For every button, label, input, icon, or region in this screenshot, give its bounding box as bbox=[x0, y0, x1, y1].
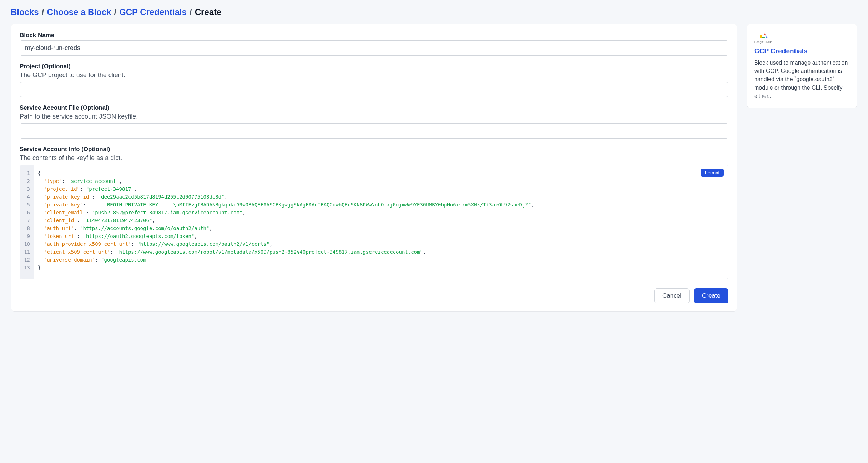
sai-desc: The contents of the keyfile as a dict. bbox=[20, 154, 728, 162]
field-service-account-info: Service Account Info (Optional) The cont… bbox=[20, 146, 728, 279]
saf-desc: Path to the service account JSON keyfile… bbox=[20, 113, 728, 120]
google-cloud-icon bbox=[759, 32, 768, 40]
field-service-account-file: Service Account File (Optional) Path to … bbox=[20, 104, 728, 139]
sidebar-title[interactable]: GCP Credentials bbox=[754, 47, 850, 55]
breadcrumb-current: Create bbox=[195, 7, 222, 17]
field-block-name: Block Name bbox=[20, 32, 728, 56]
create-button[interactable]: Create bbox=[694, 288, 728, 303]
field-project: Project (Optional) The GCP project to us… bbox=[20, 63, 728, 97]
gcp-logo: Google Cloud bbox=[754, 32, 850, 44]
breadcrumb-choose-block[interactable]: Choose a Block bbox=[47, 7, 111, 17]
saf-input[interactable] bbox=[20, 123, 728, 139]
block-name-label: Block Name bbox=[20, 32, 728, 39]
line-gutter: 12345678910111213 bbox=[20, 165, 34, 279]
format-button[interactable]: Format bbox=[701, 169, 724, 177]
saf-label: Service Account File (Optional) bbox=[20, 104, 728, 111]
gcp-logo-text: Google Cloud bbox=[754, 40, 772, 44]
code-area[interactable]: { "type": "service_account", "project_id… bbox=[34, 165, 728, 279]
sidebar-description: Block used to manage authentication with… bbox=[754, 59, 850, 100]
breadcrumb-sep: / bbox=[42, 7, 44, 17]
block-name-input[interactable] bbox=[20, 40, 728, 56]
breadcrumb: Blocks / Choose a Block / GCP Credential… bbox=[11, 7, 857, 17]
breadcrumb-gcp-credentials[interactable]: GCP Credentials bbox=[119, 7, 187, 17]
info-sidebar: Google Cloud GCP Credentials Block used … bbox=[747, 24, 857, 108]
breadcrumb-sep: / bbox=[190, 7, 192, 17]
cancel-button[interactable]: Cancel bbox=[654, 288, 690, 303]
project-label: Project (Optional) bbox=[20, 63, 728, 70]
form-actions: Cancel Create bbox=[20, 288, 728, 303]
breadcrumb-blocks[interactable]: Blocks bbox=[11, 7, 39, 17]
form-card: Block Name Project (Optional) The GCP pr… bbox=[11, 24, 737, 312]
breadcrumb-sep: / bbox=[114, 7, 116, 17]
json-editor[interactable]: Format 12345678910111213 { "type": "serv… bbox=[20, 165, 728, 279]
sai-label: Service Account Info (Optional) bbox=[20, 146, 728, 153]
project-input[interactable] bbox=[20, 82, 728, 97]
project-desc: The GCP project to use for the client. bbox=[20, 71, 728, 79]
